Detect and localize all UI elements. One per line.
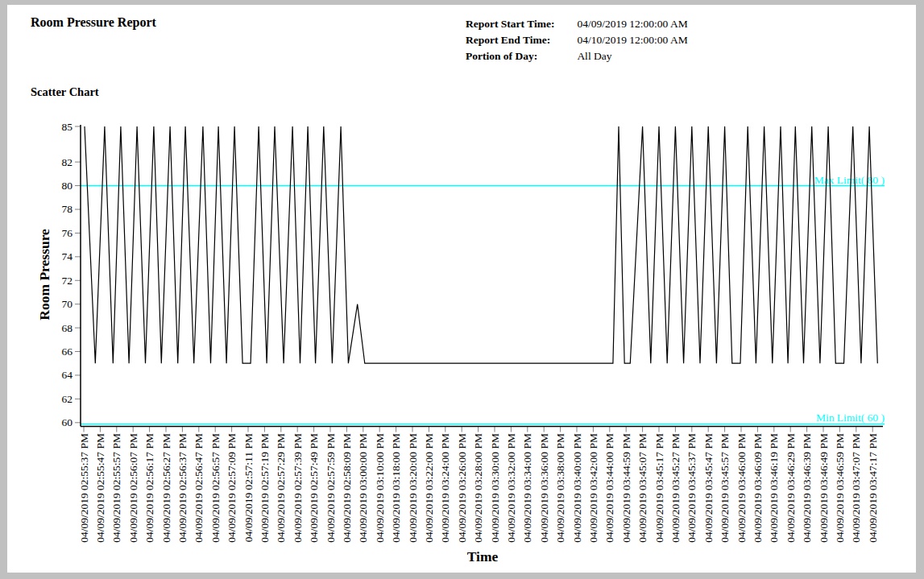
x-tick-label: 04/09/2019 02:55:47 PM: [94, 433, 106, 543]
x-tick-label: 04/09/2019 02:57:59 PM: [325, 433, 337, 543]
x-tick-label: 04/09/2019 03:38:00 PM: [554, 433, 566, 543]
x-tick-label: 04/09/2019 03:45:37 PM: [686, 433, 698, 543]
y-tick-label: 72: [62, 275, 73, 287]
x-tick-label: 04/09/2019 02:57:39 PM: [292, 433, 304, 543]
x-tick-label: 04/09/2019 03:10:00 PM: [374, 433, 386, 543]
x-tick-label: 04/09/2019 03:46:29 PM: [785, 433, 797, 543]
x-tick-label: 04/09/2019 03:45:27 PM: [669, 433, 682, 543]
x-tick-label: 04/09/2019 03:26:00 PM: [456, 433, 468, 543]
x-tick-label: 04/09/2019 03:24:00 PM: [439, 433, 451, 543]
x-tick-label: 04/09/2019 03:46:39 PM: [801, 433, 813, 543]
x-tick-label: 04/09/2019 03:28:00 PM: [472, 433, 484, 543]
y-tick-label: 74: [62, 250, 73, 263]
x-tick-label: 04/09/2019 03:20:00 PM: [407, 433, 419, 543]
x-tick-label: 04/09/2019 03:32:00 PM: [505, 433, 517, 543]
x-tick-label: 04/09/2019 02:56:47 PM: [193, 433, 205, 543]
y-tick-label: 85: [62, 121, 73, 133]
y-tick-label: 68: [62, 322, 73, 334]
x-tick-label: 04/09/2019 03:47:17 PM: [867, 433, 879, 543]
x-tick-label: 04/09/2019 02:57:49 PM: [308, 433, 320, 543]
x-tick-label: 04/09/2019 02:55:37 PM: [78, 433, 90, 543]
x-tick-label: 04/09/2019 03:44:00 PM: [603, 433, 615, 543]
x-tick-label: 04/09/2019 02:57:11 PM: [242, 433, 255, 542]
x-tick-label: 04/09/2019 02:56:27 PM: [160, 433, 172, 543]
y-tick-label: 80: [62, 180, 73, 192]
x-tick-label: 04/09/2019 03:45:47 PM: [702, 433, 715, 543]
x-tick-label: 04/09/2019 03:46:59 PM: [834, 433, 846, 543]
x-tick-label: 04/09/2019 02:56:37 PM: [176, 433, 189, 543]
y-tick-label: 60: [62, 416, 73, 428]
report-page: Room Pressure Report Report Start Time: …: [7, 5, 916, 573]
x-tick-label: 04/09/2019 02:55:57 PM: [110, 433, 122, 543]
x-tick-label: 04/09/2019 03:46:19 PM: [768, 433, 780, 543]
x-tick-label: 04/09/2019 03:42:00 PM: [587, 433, 599, 543]
x-axis-title: Time: [467, 548, 499, 565]
x-tick-label: 04/09/2019 03:46:09 PM: [752, 433, 764, 543]
x-tick-label: 04/09/2019 03:45:57 PM: [719, 433, 731, 543]
y-axis-title: Room Pressure: [36, 229, 52, 321]
pressure-series-line: [85, 126, 877, 363]
x-tick-label: 04/09/2019 02:57:19 PM: [259, 433, 271, 543]
x-tick-label: 04/09/2019 03:44:59 PM: [620, 433, 632, 543]
x-tick-label: 04/09/2019 03:34:00 PM: [521, 433, 533, 543]
x-tick-label: 04/09/2019 02:57:29 PM: [275, 433, 287, 543]
x-tick-label: 04/09/2019 02:58:09 PM: [341, 433, 353, 543]
x-tick-label: 04/09/2019 03:00:00 PM: [357, 433, 369, 543]
y-tick-label: 62: [62, 393, 73, 405]
x-tick-label: 04/09/2019 03:18:00 PM: [390, 433, 402, 543]
x-tick-label: 04/09/2019 03:46:49 PM: [818, 433, 830, 543]
x-tick-label: 04/09/2019 02:57:09 PM: [226, 433, 238, 543]
y-tick-label: 78: [62, 203, 73, 215]
x-tick-label: 04/09/2019 03:46:00 PM: [735, 433, 748, 543]
scatter-chart: 6062646668707274767880828504/09/2019 02:…: [7, 5, 916, 573]
max-limit-label: Max Limit( 80 ): [814, 174, 885, 186]
x-tick-label: 04/09/2019 03:47:07 PM: [850, 433, 862, 543]
x-tick-label: 04/09/2019 03:45:17 PM: [653, 433, 665, 543]
x-tick-label: 04/09/2019 02:56:17 PM: [143, 433, 155, 543]
y-tick-label: 64: [62, 369, 73, 381]
report-window: Room Pressure Report Report Start Time: …: [0, 0, 924, 579]
x-tick-label: 04/09/2019 03:40:00 PM: [571, 433, 583, 543]
x-tick-label: 04/09/2019 03:45:07 PM: [636, 433, 648, 543]
x-tick-label: 04/09/2019 02:56:57 PM: [209, 433, 222, 543]
y-tick-label: 66: [62, 345, 73, 358]
x-tick-label: 04/09/2019 03:30:00 PM: [489, 433, 501, 543]
x-tick-label: 04/09/2019 03:22:00 PM: [423, 433, 435, 543]
y-tick-label: 70: [62, 298, 73, 310]
y-tick-label: 76: [62, 227, 73, 239]
x-tick-label: 04/09/2019 02:56:07 PM: [127, 433, 139, 543]
min-limit-label: Min Limit( 60 ): [816, 412, 885, 424]
x-tick-label: 04/09/2019 03:36:00 PM: [538, 433, 550, 543]
y-tick-label: 82: [62, 156, 73, 168]
